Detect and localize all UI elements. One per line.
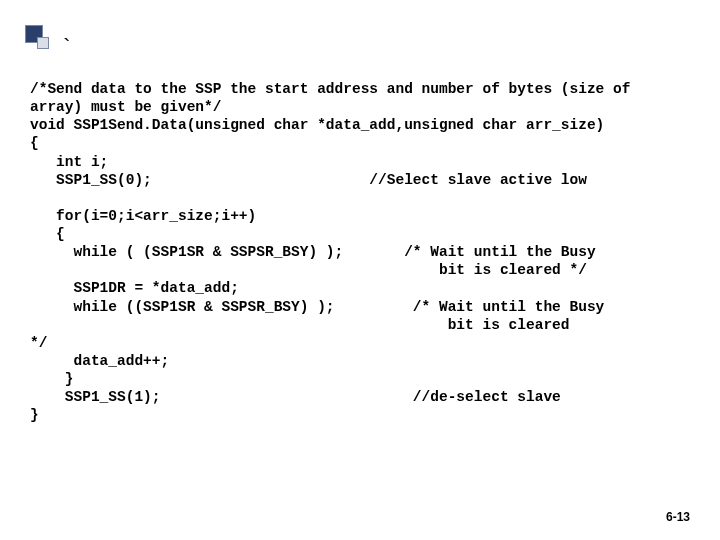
title-bullet-row: ` [30,30,690,60]
bullet-square-small [37,37,49,49]
bullet-icon [25,25,53,53]
page-number: 6-13 [666,510,690,525]
code-block: /*Send data to the SSP the start address… [30,80,690,424]
slide-page: ` /*Send data to the SSP the start addre… [0,0,720,540]
backtick-mark: ` [60,35,73,63]
